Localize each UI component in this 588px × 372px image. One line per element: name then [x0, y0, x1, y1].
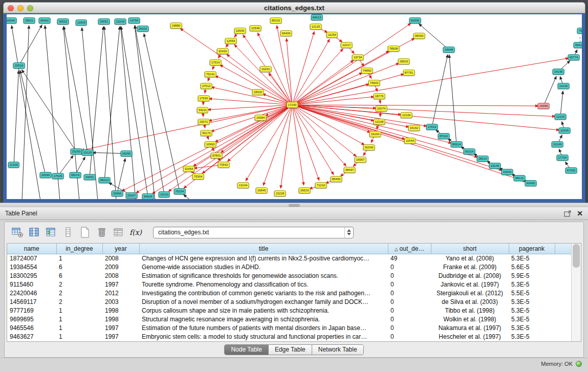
- graph-node[interactable]: 12549: [250, 25, 262, 31]
- graph-node[interactable]: 14130: [558, 83, 570, 89]
- graph-node[interactable]: 67930: [565, 167, 577, 173]
- graph-edge[interactable]: [292, 105, 304, 185]
- graph-node[interactable]: 16110: [159, 191, 170, 198]
- graph-node[interactable]: 19880: [170, 23, 182, 29]
- graph-edge[interactable]: [292, 58, 569, 105]
- graph-edge[interactable]: [292, 60, 354, 105]
- graph-edge[interactable]: [228, 105, 292, 161]
- graph-node[interactable]: 19734: [352, 54, 364, 60]
- graph-node[interactable]: 17240: [287, 102, 298, 108]
- graph-node[interactable]: 94504: [142, 193, 154, 199]
- graph-node[interactable]: 18775: [374, 93, 385, 99]
- graph-node[interactable]: 78508: [388, 46, 400, 52]
- graph-node[interactable]: 10149: [552, 141, 563, 147]
- graph-node[interactable]: 98122: [514, 175, 526, 181]
- graph-node[interactable]: 14135: [553, 69, 564, 75]
- graph-node[interactable]: 75141: [205, 71, 216, 77]
- row-height-icon[interactable]: [61, 226, 75, 239]
- graph-node[interactable]: 32420: [217, 48, 229, 54]
- graph-edge[interactable]: [19, 25, 42, 65]
- graph-node[interactable]: 10993: [205, 141, 216, 147]
- graph-node[interactable]: 25260: [71, 148, 82, 155]
- tab-network-table[interactable]: Network Table: [312, 345, 363, 355]
- graph-node[interactable]: 25007: [126, 192, 138, 199]
- graph-node[interactable]: 74850: [361, 68, 373, 74]
- graph-node[interactable]: 13144: [237, 182, 249, 188]
- graph-node[interactable]: 16648: [443, 47, 455, 53]
- graph-node[interactable]: 19145: [489, 163, 501, 169]
- graph-edge[interactable]: [221, 105, 292, 152]
- graph-node[interactable]: 28503: [398, 58, 410, 64]
- graph-node[interactable]: 72542: [218, 162, 230, 168]
- graph-node[interactable]: 84613: [311, 14, 323, 20]
- graph-node[interactable]: 18014: [477, 156, 489, 162]
- graph-edge[interactable]: [292, 24, 411, 105]
- graph-node[interactable]: 18021: [24, 17, 35, 24]
- graph-node[interactable]: 75364: [192, 173, 204, 180]
- network-canvas[interactable]: 2069618021954623050211809256511024314754…: [7, 14, 582, 199]
- table-row[interactable]: 1872400712008Changes of HCN gene express…: [7, 254, 571, 262]
- column-header-year[interactable]: year: [102, 244, 139, 254]
- table-row[interactable]: 946554611997Estimation of the future num…: [7, 324, 571, 333]
- panel-resize-handle[interactable]: [0, 203, 588, 207]
- graph-node[interactable]: 17704: [557, 155, 569, 161]
- graph-node[interactable]: 22606: [234, 28, 246, 34]
- graph-edge[interactable]: [292, 105, 555, 117]
- graph-node[interactable]: 16943: [502, 169, 513, 175]
- graph-node[interactable]: 18302: [252, 89, 264, 95]
- graph-node[interactable]: 17514: [210, 59, 222, 65]
- graph-node[interactable]: 81830: [409, 17, 421, 24]
- graph-edge[interactable]: [104, 27, 120, 180]
- graph-edge[interactable]: [122, 105, 292, 191]
- graph-node[interactable]: 92774: [568, 54, 580, 60]
- graph-node[interactable]: 16162: [408, 125, 420, 131]
- graph-node[interactable]: 85013: [99, 177, 111, 183]
- graph-node[interactable]: 20510: [13, 62, 25, 69]
- graph-node[interactable]: 27512: [201, 83, 212, 89]
- graph-node[interactable]: 12106: [401, 112, 412, 118]
- column-header-in_degree[interactable]: in_degree: [56, 244, 102, 254]
- import-table-icon[interactable]: [112, 226, 125, 239]
- graph-edge[interactable]: [432, 55, 448, 127]
- graph-edge[interactable]: [234, 45, 292, 105]
- graph-node[interactable]: 10265: [559, 127, 571, 134]
- graph-edge[interactable]: [292, 39, 330, 105]
- graph-edge[interactable]: [280, 105, 292, 188]
- graph-node[interactable]: 12217: [341, 42, 353, 48]
- graph-node[interactable]: 17529: [52, 173, 64, 179]
- close-panel-icon[interactable]: ✕: [577, 210, 583, 217]
- delete-table-icon[interactable]: [95, 226, 108, 239]
- graph-edge[interactable]: [277, 26, 292, 105]
- graph-node[interactable]: 97831: [211, 152, 223, 159]
- table-row[interactable]: 969969511998Structural magnetic resonanc…: [7, 315, 571, 324]
- graph-node[interactable]: 30502: [57, 18, 69, 25]
- graph-node[interactable]: 85493: [331, 176, 342, 182]
- window-zoom-button[interactable]: [27, 5, 33, 11]
- graph-node[interactable]: 16957: [355, 157, 366, 163]
- column-header-short[interactable]: short: [431, 244, 509, 254]
- table-settings-icon[interactable]: [11, 226, 24, 239]
- tab-node-table[interactable]: Node Table: [225, 345, 269, 355]
- graph-node[interactable]: 20666: [112, 190, 123, 196]
- graph-node[interactable]: 20696: [7, 17, 16, 24]
- graph-node[interactable]: 33051: [84, 174, 96, 180]
- graph-edge[interactable]: [292, 32, 314, 105]
- graph-edge[interactable]: [220, 65, 292, 105]
- graph-edge[interactable]: [543, 76, 556, 106]
- create-table-icon[interactable]: [78, 226, 92, 239]
- window-close-button[interactable]: [8, 5, 14, 11]
- graph-edge[interactable]: [292, 105, 371, 133]
- graph-node[interactable]: 95013: [70, 172, 81, 178]
- edit-table-icon[interactable]: [45, 226, 58, 239]
- graph-node[interactable]: 75935: [577, 28, 582, 34]
- graph-node[interactable]: 11544: [404, 138, 416, 144]
- graph-node[interactable]: 11309: [8, 162, 19, 168]
- graph-node[interactable]: 14754: [128, 17, 140, 24]
- graph-node[interactable]: 19384: [255, 115, 267, 121]
- function-builder-icon[interactable]: f(x): [129, 226, 142, 239]
- graph-edge[interactable]: [12, 26, 40, 199]
- tab-edge-table[interactable]: Edge Table: [269, 345, 312, 355]
- table-row[interactable]: 1830029562008Estimation of significance …: [7, 271, 571, 280]
- graph-edge[interactable]: [269, 73, 292, 105]
- graph-node[interactable]: 95093: [413, 33, 425, 39]
